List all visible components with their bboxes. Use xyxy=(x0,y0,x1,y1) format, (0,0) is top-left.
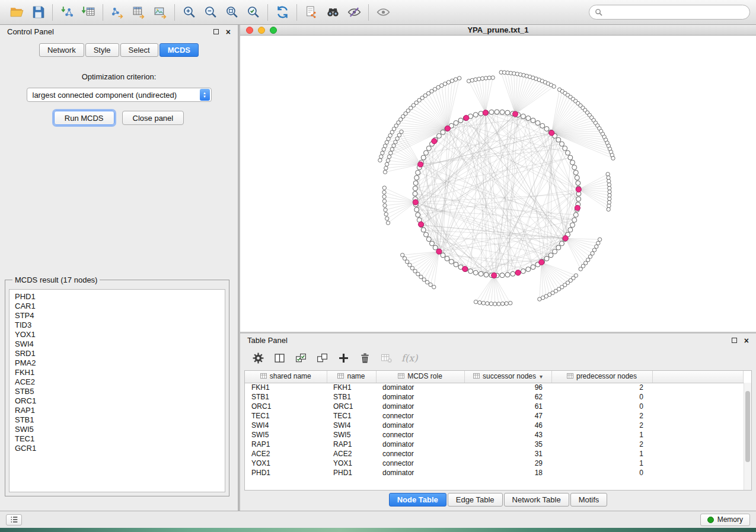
network-leaf-node[interactable] xyxy=(607,200,611,204)
network-leaf-node[interactable] xyxy=(389,151,393,155)
table-row[interactable]: YOX1YOX1connector291 xyxy=(245,459,744,468)
network-leaf-node[interactable] xyxy=(446,81,450,84)
deselect-all-button[interactable] xyxy=(316,352,328,364)
save-button[interactable] xyxy=(27,3,49,22)
mcds-result-item[interactable]: PHD1 xyxy=(15,292,219,302)
network-node[interactable] xyxy=(424,150,429,155)
network-hub-node[interactable] xyxy=(464,115,469,120)
close-panel-icon[interactable]: × xyxy=(226,28,231,36)
network-node[interactable] xyxy=(414,207,419,212)
sort-chevron-icon[interactable]: ▾ xyxy=(540,373,543,380)
network-leaf-node[interactable] xyxy=(405,260,409,264)
network-node[interactable] xyxy=(572,165,577,170)
network-leaf-node[interactable] xyxy=(493,302,497,306)
mcds-result-item[interactable]: RAP1 xyxy=(15,406,219,415)
network-leaf-node[interactable] xyxy=(474,300,477,303)
mcds-result-item[interactable]: STP4 xyxy=(15,311,219,321)
tab-network-table[interactable]: Network Table xyxy=(504,493,569,507)
mcds-result-item[interactable]: SWI4 xyxy=(15,339,219,349)
network-node[interactable] xyxy=(416,213,420,217)
network-node[interactable] xyxy=(521,269,525,274)
network-node[interactable] xyxy=(572,217,577,222)
network-leaf-node[interactable] xyxy=(487,76,491,79)
window-minimize-button[interactable] xyxy=(258,27,265,34)
tab-motifs[interactable]: Motifs xyxy=(570,493,608,507)
network-leaf-node[interactable] xyxy=(607,207,610,211)
network-leaf-node[interactable] xyxy=(595,245,598,248)
mcds-result-item[interactable]: TID3 xyxy=(15,321,219,330)
mcds-result-item[interactable]: SRD1 xyxy=(15,349,219,358)
network-hub-node[interactable] xyxy=(436,249,442,254)
mcds-result-item[interactable]: STB1 xyxy=(15,415,219,425)
search-network-button[interactable] xyxy=(322,3,343,22)
network-node[interactable] xyxy=(531,118,535,123)
network-node[interactable] xyxy=(430,241,435,246)
mcds-result-item[interactable]: YOX1 xyxy=(15,330,219,339)
network-node[interactable] xyxy=(484,273,489,277)
network-node[interactable] xyxy=(526,116,531,121)
mcds-result-item[interactable]: FKH1 xyxy=(15,368,219,377)
network-leaf-node[interactable] xyxy=(395,137,399,140)
network-node[interactable] xyxy=(433,245,438,250)
search-input[interactable] xyxy=(605,8,744,17)
network-node[interactable] xyxy=(553,249,557,254)
tab-node-table[interactable]: Node Table xyxy=(389,493,446,507)
network-node[interactable] xyxy=(414,175,419,180)
network-leaf-node[interactable] xyxy=(400,130,403,133)
network-node[interactable] xyxy=(500,110,505,114)
network-leaf-node[interactable] xyxy=(413,270,417,273)
export-image-button[interactable] xyxy=(149,3,171,22)
network-node[interactable] xyxy=(544,257,549,261)
column-header-shared-name[interactable]: shared name xyxy=(245,371,327,383)
table-row[interactable]: SWI5SWI5connector431 xyxy=(245,430,744,440)
column-header-name[interactable]: name xyxy=(327,371,376,383)
network-node[interactable] xyxy=(454,262,458,267)
network-leaf-node[interactable] xyxy=(486,302,489,305)
network-canvas[interactable] xyxy=(240,36,756,332)
zoom-selected-button[interactable] xyxy=(243,3,264,22)
network-leaf-node[interactable] xyxy=(382,199,386,203)
network-node[interactable] xyxy=(566,150,570,155)
network-leaf-node[interactable] xyxy=(607,183,611,187)
network-node[interactable] xyxy=(489,110,494,114)
window-close-button[interactable] xyxy=(246,27,253,34)
network-hub-node[interactable] xyxy=(576,187,581,192)
network-leaf-node[interactable] xyxy=(607,204,611,207)
select-all-button[interactable] xyxy=(295,352,307,364)
apply-layout-button[interactable] xyxy=(272,3,293,22)
network-node[interactable] xyxy=(531,265,535,270)
table-row[interactable]: PHD1PHD1dominator180 xyxy=(245,468,744,477)
network-leaf-node[interactable] xyxy=(588,255,592,258)
export-table-button[interactable] xyxy=(128,3,149,22)
network-leaf-node[interactable] xyxy=(425,280,429,284)
network-leaf-node[interactable] xyxy=(489,302,493,306)
network-node[interactable] xyxy=(426,146,431,150)
network-leaf-node[interactable] xyxy=(450,79,454,82)
network-leaf-node[interactable] xyxy=(382,148,385,151)
network-node[interactable] xyxy=(479,111,483,116)
network-leaf-node[interactable] xyxy=(480,76,484,80)
network-leaf-node[interactable] xyxy=(382,195,386,198)
window-zoom-button[interactable] xyxy=(270,27,277,34)
network-node[interactable] xyxy=(445,257,449,261)
network-node[interactable] xyxy=(468,269,473,274)
network-hub-node[interactable] xyxy=(515,270,521,275)
table-settings-button[interactable] xyxy=(252,352,264,364)
network-hub-node[interactable] xyxy=(492,273,497,278)
optimization-criterion-select[interactable]: largest connected component (undirected)… xyxy=(27,88,212,102)
network-leaf-node[interactable] xyxy=(579,267,582,271)
network-hub-node[interactable] xyxy=(512,111,518,117)
mcds-result-item[interactable]: PMA2 xyxy=(15,358,219,368)
network-node[interactable] xyxy=(535,121,540,126)
network-node[interactable] xyxy=(573,213,578,217)
zoom-out-button[interactable] xyxy=(200,3,221,22)
share-document-button[interactable] xyxy=(301,3,322,22)
mcds-result-item[interactable]: ACE2 xyxy=(15,377,219,387)
network-leaf-node[interactable] xyxy=(470,78,474,82)
network-node[interactable] xyxy=(449,259,454,264)
network-node[interactable] xyxy=(570,160,575,165)
delete-column-button[interactable] xyxy=(359,352,371,364)
network-leaf-node[interactable] xyxy=(384,212,388,216)
column-header-predecessor-nodes[interactable]: predecessor nodes xyxy=(551,371,652,383)
mcds-result-item[interactable]: CAR1 xyxy=(15,302,219,311)
